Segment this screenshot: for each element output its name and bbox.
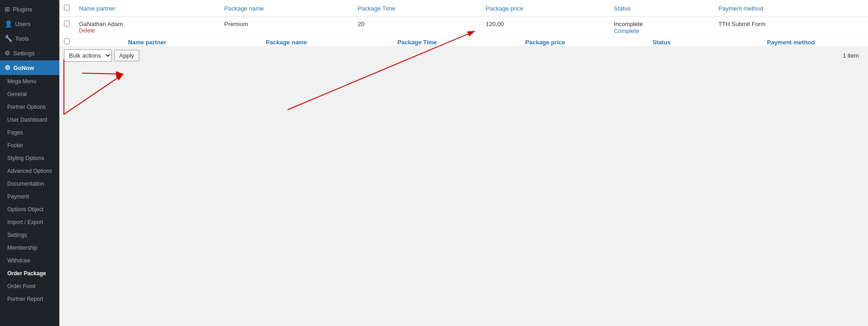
submenu-import-export[interactable]: Import / Export (0, 216, 59, 229)
submenu-advanced-options[interactable]: Advanced Options (0, 165, 59, 177)
svg-line-1 (82, 73, 123, 74)
sidebar-item-settings[interactable]: ⚙ Settings (0, 46, 59, 60)
sidebar-top-section: ⊞ Plugins 👤 Users 🔧 Tools ⚙ Settings (0, 0, 59, 60)
second-select-all-checkbox[interactable] (64, 38, 70, 44)
settings-icon: ⚙ (5, 49, 11, 57)
sidebar-item-label: Tools (15, 35, 29, 42)
header-package-time: Package Time (353, 0, 481, 17)
sidebar-item-plugins[interactable]: ⊞ Plugins (0, 2, 59, 16)
bulk-actions-dropdown[interactable]: Bulk actions (64, 49, 112, 62)
table-row: GaNathan Adam Delete Premium 20 120,00 I… (59, 17, 868, 38)
apply-button[interactable]: Apply (114, 50, 139, 61)
submenu-withdraw[interactable]: Withdraw (0, 254, 59, 267)
submenu-settings[interactable]: Settings (0, 229, 59, 241)
submenu-partner-options[interactable]: Partner Options (0, 101, 59, 113)
item-count: 1 item (843, 52, 863, 59)
gonow-label: GoNow (13, 64, 34, 71)
row-payment-method: TTH Submit Form (714, 17, 868, 38)
second-header-package-time: Package Time (353, 38, 481, 46)
delete-link[interactable]: Delete (79, 27, 215, 34)
submenu-pages[interactable]: Pages (0, 126, 59, 139)
header-name-partner: Name partner (74, 0, 220, 17)
status-incomplete: Incomplete (614, 21, 709, 27)
submenu-footer[interactable]: Footer (0, 139, 59, 152)
row-package-time: 20 (353, 17, 481, 38)
submenu-partner-report[interactable]: Partner Report (0, 293, 59, 305)
header-package-name: Package name (220, 0, 353, 17)
header-package-price: Package price (481, 0, 609, 17)
partner-name: GaNathan Adam (79, 21, 215, 27)
submenu-membership[interactable]: Membership (0, 241, 59, 254)
row-status: Incomplete Complete (609, 17, 714, 38)
select-all-checkbox[interactable] (64, 5, 70, 11)
sidebar-item-tools[interactable]: 🔧 Tools (0, 31, 59, 46)
sidebar-item-label: Settings (13, 50, 35, 57)
status-complete[interactable]: Complete (614, 27, 709, 34)
header-status: Status (609, 0, 714, 17)
second-header-package-price: Package price (481, 38, 609, 46)
second-header-payment-method: Payment method (714, 38, 868, 46)
second-header-status: Status (609, 38, 714, 46)
second-header-name-partner: Name partner (74, 38, 220, 46)
content-area: Name partner Package name Package Time P… (59, 0, 868, 326)
submenu-payment[interactable]: Payment (0, 190, 59, 203)
submenu-order-package[interactable]: Order Package (0, 267, 59, 280)
orders-table: Name partner Package name Package Time P… (59, 0, 868, 46)
submenu-order-food[interactable]: Order Food (0, 280, 59, 293)
table-section: Name partner Package name Package Time P… (59, 0, 868, 65)
submenu-styling-options[interactable]: Styling Options (0, 152, 59, 165)
sidebar-item-users[interactable]: 👤 Users (0, 16, 59, 31)
table-header-row: Name partner Package name Package Time P… (59, 0, 868, 17)
row-name-partner: GaNathan Adam Delete (74, 17, 220, 38)
submenu-documentation[interactable]: Documentation (0, 177, 59, 190)
plugins-icon: ⊞ (5, 5, 10, 13)
second-header-row: Name partner Package name Package Time P… (59, 38, 868, 46)
users-icon: 👤 (5, 20, 12, 27)
submenu-general[interactable]: General (0, 88, 59, 101)
header-checkbox-cell (59, 0, 74, 17)
bulk-actions-bar: Bulk actions Apply 1 item (59, 46, 868, 65)
tools-icon: 🔧 (5, 35, 12, 42)
sidebar-item-label: Plugins (13, 6, 32, 13)
gonow-icon: ⚙ (5, 64, 11, 71)
row-checkbox[interactable] (64, 21, 70, 27)
row-checkbox-cell (59, 17, 74, 38)
sidebar-item-label: Users (15, 21, 31, 27)
row-package-price: 120,00 (481, 17, 609, 38)
row-package-name: Premium (220, 17, 353, 38)
submenu-mega-menu[interactable]: Mega Menu (0, 75, 59, 88)
sidebar: ⊞ Plugins 👤 Users 🔧 Tools ⚙ Settings ⚙ G… (0, 0, 59, 326)
gonow-menu-item[interactable]: ⚙ GoNow (0, 60, 59, 75)
page-wrapper: Name partner Package name Package Time P… (59, 0, 868, 326)
second-header-checkbox (59, 38, 74, 46)
gonow-submenu: Mega Menu General Partner Options User D… (0, 75, 59, 305)
second-header-package-name: Package name (220, 38, 353, 46)
header-payment-method: Payment method (714, 0, 868, 17)
submenu-options-object[interactable]: Options Object (0, 203, 59, 216)
submenu-user-dashboard[interactable]: User Dashboard (0, 113, 59, 126)
